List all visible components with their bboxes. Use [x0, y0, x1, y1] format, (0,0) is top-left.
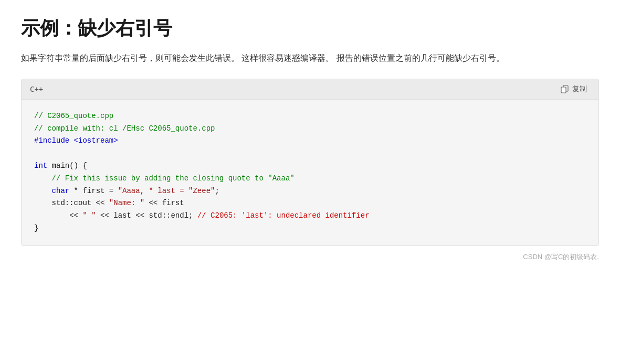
code-line-3: #include <iostream> — [34, 136, 118, 145]
code-line-2: // compile with: cl /EHsc C2065_quote.cp… — [34, 124, 215, 133]
code-line-10: } — [34, 224, 38, 232]
code-line-5: int main() { — [34, 162, 87, 170]
copy-icon — [561, 85, 569, 93]
code-block-header: C++ 复制 — [22, 79, 598, 100]
code-pre: // C2065_quote.cpp // compile with: cl /… — [34, 110, 586, 235]
watermark: CSDN @写C的初级码农. — [21, 252, 599, 262]
code-block: C++ 复制 // C2065_quote.cpp // compile wit… — [21, 79, 599, 246]
code-line-7: char * first = "Aaaa, * last = "Zeee"; — [34, 187, 219, 195]
code-line-9: << " " << last << std::endl; // C2065: '… — [34, 211, 370, 220]
code-line-1: // C2065_quote.cpp — [34, 112, 113, 120]
copy-button[interactable]: 复制 — [558, 83, 590, 95]
code-line-6: // Fix this issue by adding the closing … — [34, 174, 295, 183]
copy-label: 复制 — [572, 84, 587, 94]
code-block-body: // C2065_quote.cpp // compile with: cl /… — [22, 100, 598, 245]
code-line-8: std::cout << "Name: " << first — [34, 199, 184, 207]
page-title: 示例：缺少右引号 — [21, 16, 599, 41]
svg-rect-1 — [561, 87, 566, 93]
code-lang-label: C++ — [30, 85, 43, 93]
page-description: 如果字符串常量的后面缺少右引号，则可能会发生此错误。 这样很容易迷惑编译器。 报… — [21, 51, 599, 66]
